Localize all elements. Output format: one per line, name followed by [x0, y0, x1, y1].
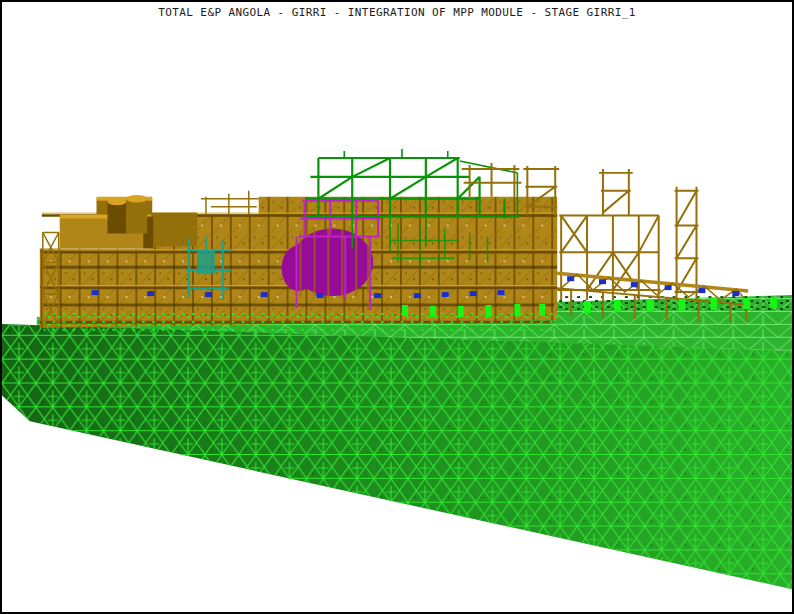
- view-title: TOTAL E&P ANGOLA - GIRRI - INTEGRATION O…: [2, 6, 792, 20]
- model-viewer-window: TOTAL E&P ANGOLA - GIRRI - INTEGRATION O…: [0, 0, 794, 614]
- model-viewport[interactable]: [2, 2, 792, 612]
- hull-mesh-barge: [2, 295, 792, 589]
- upper-open-frames-left: [201, 191, 259, 215]
- base-green-speckle: [44, 312, 559, 332]
- storage-cylinders: [107, 195, 147, 234]
